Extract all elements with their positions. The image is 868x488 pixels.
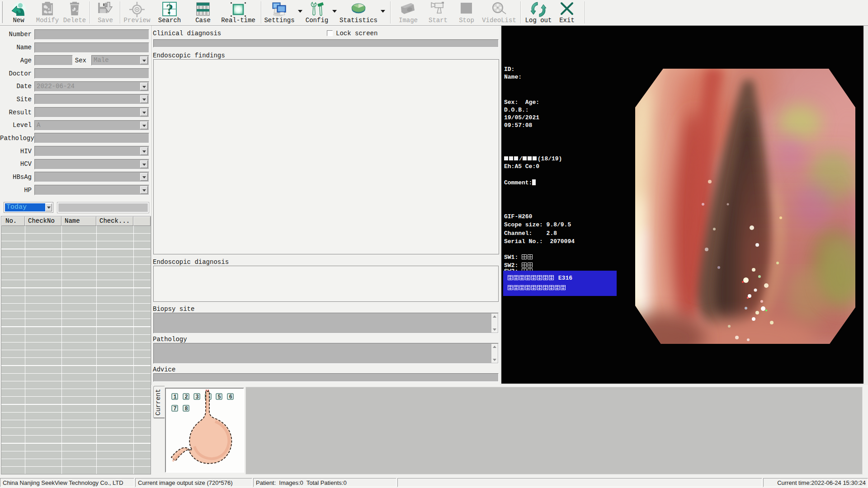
svg-text:7: 7 — [173, 406, 176, 412]
svg-text:2: 2 — [184, 394, 188, 400]
svg-text:6: 6 — [229, 394, 232, 400]
svg-text:?: ? — [166, 1, 173, 17]
svg-text:8: 8 — [184, 406, 188, 412]
svg-text:1: 1 — [173, 394, 176, 400]
svg-text:5: 5 — [217, 394, 221, 400]
svg-text:3: 3 — [195, 394, 198, 400]
